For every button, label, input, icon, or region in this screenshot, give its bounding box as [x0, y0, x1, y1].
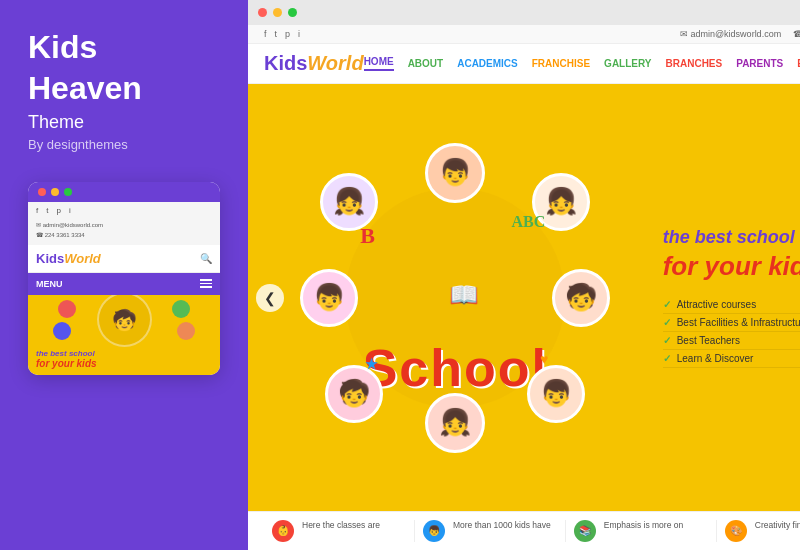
theme-title: Kids Heaven	[28, 30, 220, 112]
hero-tagline2: for your kids	[663, 252, 800, 281]
hero-text-panel: the best school for your kids Attractive…	[663, 84, 800, 511]
site-logo: KidsWorld	[264, 52, 364, 75]
footer-text-2: More than 1000 kids have	[453, 520, 551, 532]
child-bottom: 👧	[425, 393, 485, 453]
mobile-menu-bar: MENU	[28, 273, 220, 295]
mobile-mockup: f t p i ✉ admin@kidsworld.com ☎ 224 3361…	[28, 182, 220, 374]
hamburger-icon[interactable]	[200, 279, 212, 288]
footer-item-3: 📚 Emphasis is more on	[566, 520, 717, 542]
site-topbar: f t p i ✉ admin@kidsworld.com ☎ 224 3361…	[248, 25, 800, 44]
browser-dot-green[interactable]	[288, 8, 297, 17]
mobile-hero-text1: the best school	[36, 349, 212, 358]
hero-tagline: the best school	[663, 227, 800, 248]
site-phone: ☎ 224 3361 3334	[793, 29, 800, 39]
facebook-icon[interactable]: f	[264, 29, 267, 39]
mobile-dot-green	[64, 188, 72, 196]
browser-dot-red[interactable]	[258, 8, 267, 17]
footer-icon-2: 👦	[423, 520, 445, 542]
logo-kids: Kids	[264, 52, 307, 74]
child-left: 👦	[300, 269, 358, 327]
mobile-pinterest-icon[interactable]: p	[56, 206, 60, 215]
mobile-dot-yellow	[51, 188, 59, 196]
hero-image-area: School 👦 👧 🧒 👦 👧 🧒 👦	[248, 84, 663, 511]
mobile-logo-bar: KidsWorld 🔍	[28, 245, 220, 273]
mobile-hero-text2: for your kids	[36, 358, 212, 369]
browser-chrome	[248, 0, 800, 25]
instagram-icon[interactable]: i	[298, 29, 300, 39]
deco-letter-b: B	[360, 223, 375, 249]
child-right: 🧒	[552, 269, 610, 327]
site-contact-info: ✉ admin@kidsworld.com ☎ 224 3361 3334	[680, 29, 800, 39]
theme-subtitle: Theme	[28, 112, 220, 133]
footer-icon-4: 🎨	[725, 520, 747, 542]
nav-academics[interactable]: ACADEMICS	[457, 58, 518, 69]
nav-home[interactable]: HOME	[364, 56, 394, 71]
mobile-facebook-icon[interactable]: f	[36, 206, 38, 215]
nav-links: HOME ABOUT ACADEMICS FRANCHISE GALLERY B…	[364, 56, 800, 71]
site-social-links: f t p i	[264, 29, 300, 39]
mobile-contact-bar: ✉ admin@kidsworld.com ☎ 224 3361 3334	[28, 219, 220, 244]
hero-features-list: Attractive courses Best Facilities & Inf…	[663, 296, 800, 368]
right-panel: f t p i ✉ admin@kidsworld.com ☎ 224 3361…	[248, 0, 800, 550]
book-icon: 📖	[449, 281, 479, 309]
mobile-menu-label[interactable]: MENU	[36, 279, 63, 289]
site-footer-bar: 👶 Here the classes are 👦 More than 1000 …	[248, 511, 800, 550]
theme-by: By designthemes	[28, 137, 220, 152]
hero-prev-arrow[interactable]: ❮	[256, 284, 284, 312]
footer-text-4: Creativity finds expression	[755, 520, 800, 532]
nav-gallery[interactable]: GALLERY	[604, 58, 651, 69]
mobile-hero-image: 🧒	[28, 295, 220, 345]
feature-teachers: Best Teachers	[663, 332, 800, 350]
deco-letter-abc: ABC	[512, 213, 546, 231]
nav-franchise[interactable]: FRANCHISE	[532, 58, 590, 69]
child-top: 👦	[425, 143, 485, 203]
left-panel: Kids Heaven Theme By designthemes f t p …	[0, 0, 248, 550]
browser-dot-yellow[interactable]	[273, 8, 282, 17]
footer-icon-1: 👶	[272, 520, 294, 542]
feature-facilities: Best Facilities & Infrastructure	[663, 314, 800, 332]
feature-learn: Learn & Discover	[663, 350, 800, 368]
children-circle-container: School 👦 👧 🧒 👦 👧 🧒 👦	[300, 143, 610, 453]
mobile-twitter-icon[interactable]: t	[46, 206, 48, 215]
footer-item-4: 🎨 Creativity finds expression	[717, 520, 800, 542]
mobile-dot-red	[38, 188, 46, 196]
footer-icon-3: 📚	[574, 520, 596, 542]
child-bottom-left: 🧒	[325, 365, 383, 423]
browser-content: f t p i ✉ admin@kidsworld.com ☎ 224 3361…	[248, 25, 800, 550]
nav-about[interactable]: ABOUT	[408, 58, 444, 69]
mobile-logo: KidsWorld	[36, 251, 101, 266]
deco-star: ★	[365, 356, 378, 373]
site-hero: ❮ School 👦 👧 🧒 👦	[248, 84, 800, 511]
mobile-instagram-icon[interactable]: i	[69, 206, 71, 215]
mobile-search-icon[interactable]: 🔍	[200, 253, 212, 264]
twitter-icon[interactable]: t	[275, 29, 278, 39]
deco-heart: ♥	[540, 352, 548, 368]
mobile-top-bar	[28, 182, 220, 202]
footer-text-1: Here the classes are	[302, 520, 380, 532]
school-text: School	[363, 338, 548, 398]
pinterest-icon[interactable]: p	[285, 29, 290, 39]
mobile-hero: 🧒 the best school for your kids	[28, 295, 220, 375]
child-bottom-right: 👦	[527, 365, 585, 423]
nav-parents[interactable]: PARENTS	[736, 58, 783, 69]
nav-branches[interactable]: BRANCHES	[666, 58, 723, 69]
feature-courses: Attractive courses	[663, 296, 800, 314]
mobile-social-bar: f t p i	[28, 202, 220, 219]
site-nav: KidsWorld HOME ABOUT ACADEMICS FRANCHISE…	[248, 44, 800, 84]
footer-item-2: 👦 More than 1000 kids have	[415, 520, 566, 542]
site-email: ✉ admin@kidsworld.com	[680, 29, 781, 39]
footer-text-3: Emphasis is more on	[604, 520, 683, 532]
footer-item-1: 👶 Here the classes are	[264, 520, 415, 542]
logo-world: World	[307, 52, 363, 74]
